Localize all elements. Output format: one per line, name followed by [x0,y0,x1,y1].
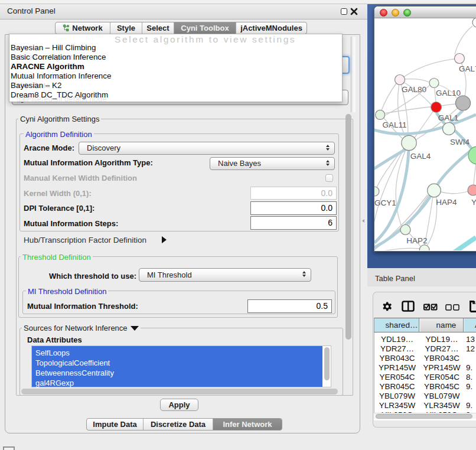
svg-text:HAP2: HAP2 [406,236,427,245]
svg-text:GAL10: GAL10 [436,89,461,97]
svg-text:GCY1: GCY1 [374,198,396,207]
svg-text:Y: Y [471,198,476,207]
svg-text:GAL80: GAL80 [402,85,426,94]
svg-text:GAL7: GAL7 [459,64,476,73]
svg-text:HAP4: HAP4 [436,198,457,207]
svg-text:GAL1: GAL1 [438,113,459,122]
svg-text:GAL4: GAL4 [410,152,431,161]
svg-text:SWI4: SWI4 [450,138,470,146]
svg-text:GAL11: GAL11 [382,120,406,129]
